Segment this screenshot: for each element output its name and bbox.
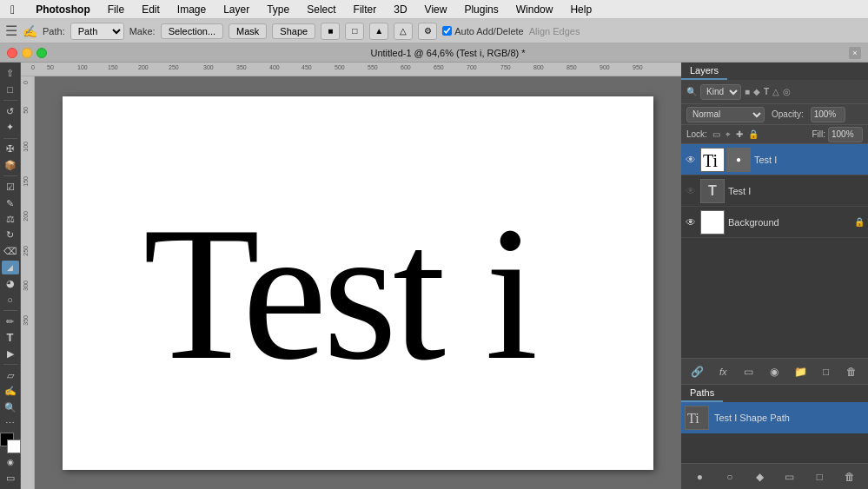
new-path-button[interactable]: □ xyxy=(810,467,829,486)
screen-mode-icon[interactable]: ▭ xyxy=(2,471,19,485)
path-ops-2[interactable]: □ xyxy=(345,23,364,40)
close-panel-button[interactable]: × xyxy=(849,47,861,59)
lock-position-icon[interactable]: ⌖ xyxy=(726,129,731,140)
add-mask-button[interactable]: ▭ xyxy=(739,362,759,381)
crop-tool-icon[interactable]: ✠ xyxy=(2,142,19,156)
clone-tool-icon[interactable]: ⚖ xyxy=(2,212,19,226)
link-layers-button[interactable]: 🔗 xyxy=(688,362,707,381)
tab-layers[interactable]: Layers xyxy=(681,63,727,80)
load-path-button[interactable]: ◆ xyxy=(750,467,769,486)
menu-window[interactable]: Window xyxy=(513,3,557,16)
menu-3d[interactable]: 3D xyxy=(390,3,410,16)
layer-item-background[interactable]: 👁 Background 🔒 xyxy=(681,207,868,238)
extra-tools-icon[interactable]: ⋯ xyxy=(2,417,19,431)
layer-item-test-i-1[interactable]: 👁 Ti ● Test I xyxy=(681,144,868,175)
align-edges-label: Align Edges xyxy=(529,26,580,36)
svg-text:Ti: Ti xyxy=(687,411,699,426)
menu-layer[interactable]: Layer xyxy=(220,3,253,16)
menu-file[interactable]: File xyxy=(104,3,128,16)
minimize-button[interactable] xyxy=(22,48,32,58)
filter-adjust-icon[interactable]: ◆ xyxy=(753,87,760,96)
pen-tool-icon[interactable]: ✏ xyxy=(2,314,19,328)
opacity-input[interactable] xyxy=(811,107,845,122)
blur-tool-icon[interactable]: ◕ xyxy=(2,276,19,290)
canvas-document[interactable]: Test i xyxy=(63,96,653,470)
move-tool-icon[interactable]: ⇧ xyxy=(2,66,19,80)
eraser-tool-icon[interactable]: ⌫ xyxy=(2,244,19,258)
auto-add-delete-area: Auto Add/Delete xyxy=(442,26,524,36)
marquee-tool-icon[interactable]: □ xyxy=(2,82,19,96)
wand-tool-icon[interactable]: ✦ xyxy=(2,120,19,134)
layer-visibility-3[interactable]: 👁 xyxy=(685,216,697,228)
selection-button[interactable]: Selection... xyxy=(161,23,223,39)
mask-button[interactable]: Mask xyxy=(229,23,267,39)
shape-tool-icon[interactable]: ▱ xyxy=(2,368,19,382)
lock-pixels-icon[interactable]: ▭ xyxy=(712,129,720,139)
menu-edit[interactable]: Edit xyxy=(138,3,163,16)
mask-from-path-button[interactable]: ▭ xyxy=(780,467,799,486)
brush-tool-icon[interactable]: ✎ xyxy=(2,196,19,210)
menu-plugins[interactable]: Plugins xyxy=(461,3,501,16)
apple-menu[interactable]:  xyxy=(7,3,18,17)
path-ops-3[interactable]: ▲ xyxy=(369,23,388,40)
tab-paths[interactable]: Paths xyxy=(681,385,723,402)
shape-button[interactable]: Shape xyxy=(272,23,315,39)
filter-text-icon[interactable]: T xyxy=(764,87,769,96)
canvas-wrapper[interactable]: Test i xyxy=(35,76,681,489)
blend-mode-select[interactable]: Normal Multiply Screen xyxy=(686,107,765,122)
new-layer-button[interactable]: □ xyxy=(817,362,836,381)
fill-path-button[interactable]: ● xyxy=(690,467,709,486)
layer-thumb-group-1: Ti ● xyxy=(700,148,751,172)
folder-button[interactable]: 📁 xyxy=(791,362,810,381)
filter-shape-icon[interactable]: △ xyxy=(772,87,779,96)
auto-add-delete-label: Auto Add/Delete xyxy=(454,26,524,36)
quick-mask-icon[interactable]: ◉ xyxy=(2,455,19,469)
layer-name-2: Test I xyxy=(728,186,865,196)
path-ops-1[interactable]: ■ xyxy=(321,23,340,40)
hand-tool-icon[interactable]: ✍ xyxy=(2,385,19,399)
menu-select[interactable]: Select xyxy=(303,3,339,16)
layer-visibility-1[interactable]: 👁 xyxy=(685,154,697,166)
tool-separator-4 xyxy=(3,310,17,311)
auto-add-delete-checkbox[interactable] xyxy=(442,26,452,36)
settings-icon[interactable]: ⚙ xyxy=(418,23,437,40)
close-button[interactable] xyxy=(7,48,17,58)
path-item-shape-path[interactable]: Ti Test I Shape Path xyxy=(681,402,868,433)
select-path-icon[interactable]: ▶ xyxy=(2,347,19,360)
adjustment-button[interactable]: ◉ xyxy=(765,362,784,381)
lock-move-icon[interactable]: ✚ xyxy=(736,129,743,139)
fx-button[interactable]: fx xyxy=(713,362,732,381)
paths-panel: Paths Ti Test I Shape Path ● ○ ◆ ▭ xyxy=(681,385,868,489)
path-tool-icon[interactable]: ◢ xyxy=(2,261,19,274)
delete-path-button[interactable]: 🗑 xyxy=(840,467,859,486)
path-ops-4[interactable]: △ xyxy=(394,23,413,40)
maximize-button[interactable] xyxy=(36,48,47,58)
menu-filter[interactable]: Filter xyxy=(350,3,381,16)
text-tool-icon[interactable]: T xyxy=(2,330,19,344)
canvas-area[interactable]: 0 50 100 150 200 250 300 350 400 450 500… xyxy=(21,63,681,489)
eyedropper-icon[interactable]: 📦 xyxy=(2,158,19,172)
filter-smart-icon[interactable]: ◎ xyxy=(783,87,791,96)
stroke-path-button[interactable]: ○ xyxy=(720,467,739,486)
kind-select[interactable]: Kind xyxy=(700,84,741,100)
menu-image[interactable]: Image xyxy=(174,3,209,16)
filter-pixel-icon[interactable]: ■ xyxy=(745,87,750,96)
path-select[interactable]: Path Shape Pixels xyxy=(70,23,124,40)
dodge-tool-icon[interactable]: ○ xyxy=(2,293,19,307)
menu-photoshop[interactable]: Photoshop xyxy=(32,3,94,16)
app-toolbar: ☰ ✍ Path: Path Shape Pixels Make: Select… xyxy=(0,19,868,43)
lasso-tool-icon[interactable]: ↺ xyxy=(2,104,19,118)
menu-help[interactable]: Help xyxy=(567,3,595,16)
fill-input[interactable] xyxy=(828,127,863,142)
layers-options: Normal Multiply Screen Opacity: xyxy=(681,104,868,125)
menu-view[interactable]: View xyxy=(421,3,451,16)
zoom-tool-icon[interactable]: 🔍 xyxy=(2,400,19,414)
heal-tool-icon[interactable]: ☑ xyxy=(2,180,19,194)
history-brush-icon[interactable]: ↻ xyxy=(2,228,19,242)
lock-all-icon[interactable]: 🔒 xyxy=(748,129,759,139)
menu-type[interactable]: Type xyxy=(263,3,293,16)
layer-item-test-i-2[interactable]: 👁 T Test I xyxy=(681,175,868,207)
background-color[interactable] xyxy=(7,439,21,453)
delete-layer-button[interactable]: 🗑 xyxy=(842,362,861,381)
layer-visibility-2[interactable]: 👁 xyxy=(685,185,697,197)
